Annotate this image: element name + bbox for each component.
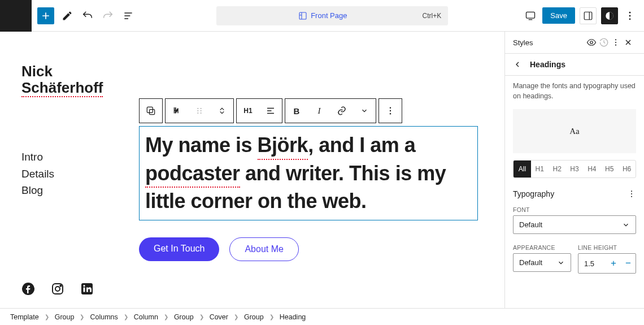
level-h3[interactable]: H3 [566, 161, 584, 177]
lineheight-value: 1.5 [578, 259, 606, 268]
svg-point-23 [390, 110, 391, 111]
block-options-icon[interactable] [379, 99, 402, 123]
level-h2[interactable]: H2 [549, 161, 566, 177]
svg-point-21 [201, 112, 202, 114]
panel-sub-label: Headings [530, 60, 565, 69]
crumb[interactable]: Template [10, 313, 39, 321]
heading-text: podcaster [145, 159, 240, 188]
bold-icon[interactable]: B [285, 99, 308, 123]
level-h1[interactable]: H1 [531, 161, 549, 177]
drag-handle-icon[interactable] [188, 99, 211, 123]
heading-block[interactable]: My name is Björk, and I am a podcaster a… [139, 126, 478, 220]
sidebar-toggle-left[interactable] [580, 7, 597, 24]
level-h6[interactable]: H6 [618, 161, 636, 177]
svg-rect-2 [584, 12, 592, 20]
get-in-touch-button[interactable]: Get In Touch [139, 237, 219, 261]
wp-logo[interactable] [0, 0, 32, 32]
crumb[interactable]: Group [55, 313, 75, 321]
heading-block-icon[interactable] [166, 99, 188, 123]
site-title[interactable]: Nick Schäferhoff [21, 63, 493, 96]
styles-panel: Styles Headings Manage the fonts and typ… [504, 32, 644, 308]
font-select[interactable]: Default [513, 215, 636, 234]
hero-column: H1 B I My name is Björk, and I am a podc… [139, 98, 478, 261]
typography-section: Typography [505, 185, 644, 203]
device-preview-icon[interactable] [523, 8, 538, 23]
about-me-button[interactable]: About Me [229, 237, 298, 261]
social-links [21, 282, 94, 296]
svg-point-29 [631, 190, 632, 192]
parent-block-icon[interactable] [140, 99, 162, 123]
svg-point-25 [590, 41, 593, 44]
block-toolbar: H1 B I [139, 98, 478, 123]
crumb[interactable]: Group [244, 313, 264, 321]
undo-icon[interactable] [80, 8, 95, 23]
align-icon[interactable] [259, 99, 282, 123]
italic-icon[interactable]: I [308, 99, 330, 123]
appearance-select[interactable]: Default [513, 253, 571, 272]
instagram-icon[interactable] [51, 282, 64, 296]
svg-point-22 [390, 107, 391, 109]
svg-point-26 [615, 39, 616, 40]
svg-point-9 [55, 287, 60, 291]
heading-text: , and I am a [308, 133, 415, 157]
cta-row: Get In Touch About Me [139, 237, 478, 261]
crumb[interactable]: Cover [210, 313, 228, 321]
link-icon[interactable] [330, 99, 353, 123]
close-icon[interactable] [624, 38, 636, 47]
list-view-icon[interactable] [121, 8, 136, 23]
save-button[interactable]: Save [542, 7, 575, 24]
top-tools [32, 7, 141, 24]
eye-icon[interactable] [586, 37, 599, 47]
appearance-value: Default [519, 258, 542, 267]
svg-rect-0 [299, 12, 306, 19]
more-menu-icon[interactable] [623, 8, 637, 23]
history-icon[interactable] [599, 37, 611, 47]
top-bar: Front Page Ctrl+K Save [0, 0, 644, 32]
svg-point-24 [390, 113, 391, 114]
level-all[interactable]: All [514, 161, 531, 177]
panel-title: Styles [513, 38, 586, 47]
top-right: Save [523, 7, 644, 24]
crumb[interactable]: Column [134, 313, 158, 321]
redo-icon[interactable] [101, 8, 115, 23]
lineheight-stepper[interactable]: 1.5 + − [578, 253, 636, 274]
svg-rect-12 [84, 288, 85, 292]
layout-icon [298, 11, 307, 20]
heading-text: Björk [258, 131, 308, 159]
typography-preview: Aa [513, 109, 636, 153]
lineheight-caption: LINE HEIGHT [578, 241, 636, 253]
page-label: Front Page [311, 11, 347, 20]
increment-button[interactable]: + [606, 258, 621, 269]
level-h4[interactable]: H4 [583, 161, 601, 177]
move-icon[interactable] [211, 99, 233, 123]
svg-rect-15 [150, 110, 155, 115]
svg-point-20 [197, 112, 198, 114]
svg-point-5 [629, 15, 631, 16]
styles-toggle[interactable] [601, 7, 618, 24]
chevron-down-icon [557, 259, 565, 267]
edit-icon[interactable] [60, 8, 75, 23]
svg-point-17 [201, 108, 202, 109]
facebook-icon[interactable] [21, 282, 35, 296]
font-value: Default [519, 220, 542, 229]
panel-header: Styles [505, 32, 644, 54]
crumb[interactable]: Columns [90, 313, 118, 321]
page-selector[interactable]: Front Page Ctrl+K [216, 6, 448, 25]
more-format-icon[interactable] [353, 99, 376, 123]
add-block-button[interactable] [37, 7, 54, 24]
level-h5[interactable]: H5 [601, 161, 618, 177]
panel-sub[interactable]: Headings [505, 54, 644, 76]
two-col: APPEARANCE Default LINE HEIGHT 1.5 + − [505, 241, 644, 274]
panel-more-icon[interactable] [611, 38, 624, 47]
crumb[interactable]: Heading [280, 313, 306, 321]
back-icon[interactable] [513, 60, 522, 69]
heading-level-button[interactable]: H1 [237, 99, 259, 123]
svg-point-31 [631, 196, 632, 197]
decrement-button[interactable]: − [621, 258, 636, 269]
crumb[interactable]: Group [174, 313, 194, 321]
svg-point-6 [629, 18, 631, 20]
heading-text: My name is [145, 133, 258, 157]
svg-point-28 [615, 45, 616, 46]
linkedin-icon[interactable] [80, 282, 94, 296]
typography-more-icon[interactable] [627, 189, 636, 198]
